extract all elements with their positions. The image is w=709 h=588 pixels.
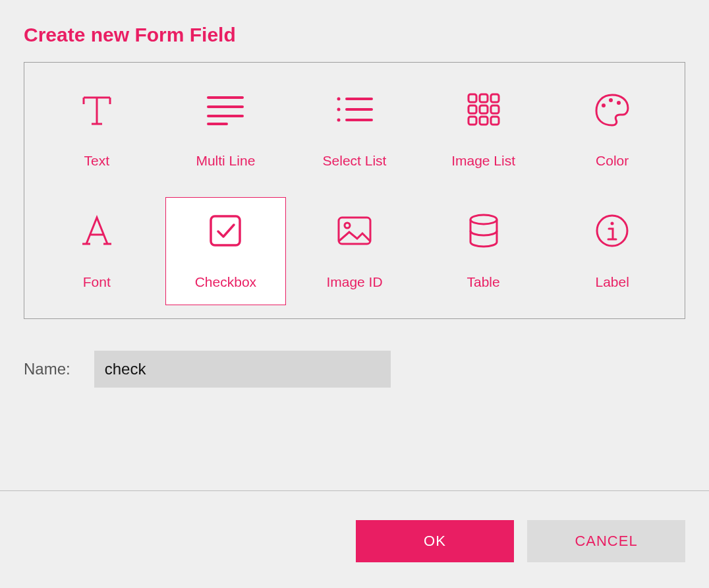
option-label: Checkbox <box>195 274 256 290</box>
option-label: Multi Line <box>196 153 255 169</box>
option-text[interactable]: Text <box>36 76 157 184</box>
field-type-grid: Text Multi Line <box>24 62 685 319</box>
svg-point-24 <box>345 223 350 228</box>
svg-rect-23 <box>339 218 370 244</box>
option-font[interactable]: Font <box>36 197 157 305</box>
option-label-type[interactable]: Label <box>552 197 673 305</box>
svg-rect-22 <box>211 216 240 245</box>
svg-point-19 <box>602 103 606 107</box>
option-label: Select List <box>323 153 387 169</box>
name-row: Name: <box>24 351 685 388</box>
option-label: Text <box>84 153 110 169</box>
svg-rect-17 <box>480 117 488 125</box>
svg-rect-18 <box>491 117 499 125</box>
svg-rect-13 <box>468 105 476 113</box>
option-label: Label <box>596 274 629 290</box>
svg-point-20 <box>609 98 613 102</box>
option-color[interactable]: Color <box>552 76 673 184</box>
name-label: Name: <box>24 360 71 378</box>
image-id-icon <box>336 211 373 250</box>
checkbox-icon <box>208 211 243 250</box>
text-icon <box>78 90 115 129</box>
option-imageid[interactable]: Image ID <box>294 197 415 305</box>
create-form-field-dialog: Create new Form Field Text Multi Line <box>0 0 709 388</box>
svg-rect-12 <box>491 94 499 102</box>
multiline-icon <box>206 90 245 129</box>
svg-rect-10 <box>468 94 476 102</box>
option-label: Color <box>596 153 629 169</box>
svg-rect-15 <box>491 105 499 113</box>
svg-rect-16 <box>468 117 476 125</box>
option-label: Table <box>467 274 499 290</box>
font-icon <box>78 211 115 250</box>
image-list-icon <box>467 90 501 129</box>
option-label: Image ID <box>326 274 382 290</box>
table-icon <box>467 211 500 250</box>
cancel-button[interactable]: CANCEL <box>527 520 685 562</box>
option-multiline[interactable]: Multi Line <box>165 76 287 184</box>
option-table[interactable]: Table <box>423 197 544 305</box>
svg-rect-14 <box>480 105 488 113</box>
info-icon <box>594 211 630 250</box>
option-label: Image List <box>451 153 515 169</box>
option-label: Font <box>83 274 111 290</box>
svg-point-21 <box>617 101 621 105</box>
svg-point-8 <box>337 119 340 122</box>
option-selectlist[interactable]: Select List <box>294 76 415 184</box>
svg-point-25 <box>470 215 497 224</box>
option-checkbox[interactable]: Checkbox <box>165 197 287 305</box>
svg-point-6 <box>337 108 340 111</box>
svg-point-4 <box>337 98 340 101</box>
svg-rect-11 <box>480 94 488 102</box>
option-imagelist[interactable]: Image List <box>423 76 544 184</box>
color-icon <box>594 90 631 129</box>
dialog-footer: OK CANCEL <box>0 490 709 562</box>
svg-point-27 <box>611 222 614 225</box>
ok-button[interactable]: OK <box>356 520 514 562</box>
select-list-icon <box>335 90 374 129</box>
name-input[interactable] <box>94 351 391 388</box>
dialog-title: Create new Form Field <box>24 24 685 46</box>
